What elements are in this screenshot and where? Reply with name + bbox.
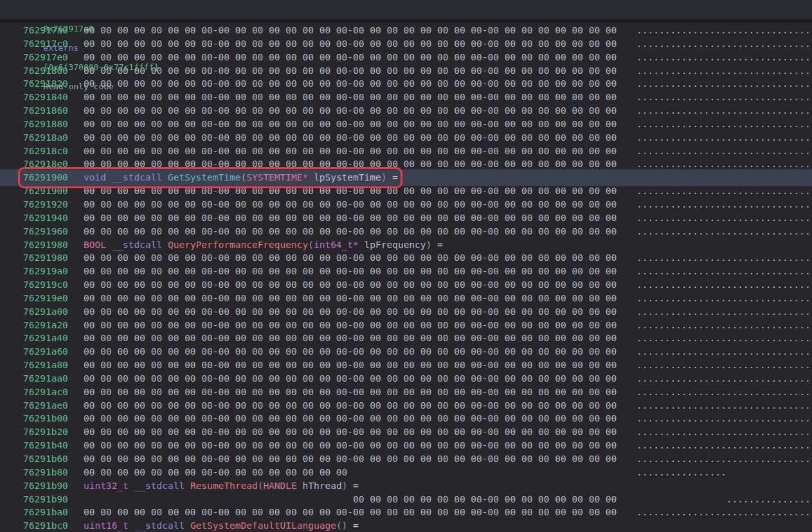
row-address: 76291b60: [23, 452, 68, 466]
row-address: 762917e0: [23, 51, 68, 64]
row-ascii: ................................: [636, 412, 812, 425]
hex-row[interactable]: 76291ae000 00 00 00 00 00 00 00-00 00 00…: [0, 399, 812, 412]
row-ascii: ................................: [636, 77, 812, 91]
hex-row[interactable]: 76291a6000 00 00 00 00 00 00 00-00 00 00…: [0, 345, 812, 359]
function-signature: uint16_t __stdcall GetSystemDefaultUILan…: [84, 519, 359, 532]
row-address: 76291840: [23, 91, 68, 104]
hex-row[interactable]: 76291ba000 00 00 00 00 00 00 00-00 00 00…: [0, 506, 812, 519]
token-fn: QueryPerformanceFrequency: [168, 240, 308, 250]
hex-row[interactable]: 7629186000 00 00 00 00 00 00 00-00 00 00…: [0, 104, 812, 118]
hex-row[interactable]: 7629192000 00 00 00 00 00 00 00-00 00 00…: [0, 198, 812, 211]
hex-row[interactable]: 76291a0000 00 00 00 00 00 00 00-00 00 00…: [0, 305, 812, 319]
row-hex-bytes: 00 00 00 00 00 00 00 00-00 00 00 00 00 0…: [84, 425, 617, 439]
function-signature: uint32_t __stdcall ResumeThread(HANDLE h…: [84, 479, 359, 493]
row-address: 76291ba0: [23, 506, 68, 519]
row-ascii: ................................: [636, 332, 812, 345]
hex-row[interactable]: 76291a8000 00 00 00 00 00 00 00-00 00 00…: [0, 359, 812, 372]
row-hex-bytes: 00 00 00 00 00 00 00 00-00 00 00 00 00 0…: [84, 37, 617, 51]
row-hex-bytes: 00 00 00 00 00 00 00 00-00 00 00 00 00 0…: [84, 439, 617, 452]
row-ascii: ................................: [636, 386, 812, 399]
token-kw: void: [84, 172, 112, 182]
token-punct: (: [240, 172, 246, 182]
hex-row[interactable]: 762917c000 00 00 00 00 00 00 00-00 00 00…: [0, 37, 812, 51]
hex-row[interactable]: 762918e000 00 00 00 00 00 00 00-00 00 00…: [0, 157, 812, 171]
token-kw: __stdcall: [134, 520, 190, 531]
row-ascii: ................................: [636, 359, 812, 372]
row-hex-bytes: 00 00 00 00 00 00 00 00-00 00 00 00 00 0…: [84, 493, 617, 506]
hex-row[interactable]: 7629188000 00 00 00 00 00 00 00-00 00 00…: [0, 118, 812, 131]
function-row[interactable]: 76291900void __stdcall GetSystemTime(SYS…: [0, 171, 812, 184]
hex-row[interactable]: 76291b90 00 00 00 00 00 00 00 00-00 00 0…: [0, 493, 812, 506]
row-hex-bytes: 00 00 00 00 00 00 00 00-00 00 00 00 00 0…: [84, 184, 617, 198]
row-hex-bytes: 00 00 00 00 00 00 00 00-00 00 00 00 00 0…: [84, 198, 617, 211]
row-address: 762918c0: [23, 145, 68, 158]
hex-row[interactable]: 76291a2000 00 00 00 00 00 00 00-00 00 00…: [0, 319, 812, 332]
row-ascii: ................................: [636, 265, 812, 278]
row-hex-bytes: 00 00 00 00 00 00 00 00-00 00 00 00 00 0…: [84, 278, 617, 292]
hex-row[interactable]: 762919a000 00 00 00 00 00 00 00-00 00 00…: [0, 265, 812, 278]
hex-row[interactable]: 7629198000 00 00 00 00 00 00 00-00 00 00…: [0, 251, 812, 265]
hex-row[interactable]: 76291b6000 00 00 00 00 00 00 00-00 00 00…: [0, 452, 812, 466]
function-row[interactable]: 76291b90uint32_t __stdcall ResumeThread(…: [0, 479, 812, 493]
hex-row[interactable]: 76291b8000 00 00 00 00 00 00 00-00 00 00…: [0, 466, 812, 479]
hex-row[interactable]: 7629194000 00 00 00 00 00 00 00-00 00 00…: [0, 211, 812, 225]
row-ascii: ................................: [636, 439, 812, 452]
hex-row[interactable]: 762918c000 00 00 00 00 00 00 00-00 00 00…: [0, 145, 812, 158]
function-signature: BOOL __stdcall QueryPerformanceFrequency…: [84, 238, 443, 252]
row-ascii: ................................: [636, 372, 812, 386]
hex-row[interactable]: 762918a000 00 00 00 00 00 00 00-00 00 00…: [0, 131, 812, 145]
hex-row[interactable]: 7629182000 00 00 00 00 00 00 00-00 00 00…: [0, 77, 812, 91]
hex-row[interactable]: 76291b4000 00 00 00 00 00 00 00-00 00 00…: [0, 439, 812, 452]
hex-row[interactable]: 762919c000 00 00 00 00 00 00 00-00 00 00…: [0, 278, 812, 292]
row-hex-bytes: 00 00 00 00 00 00 00 00-00 00 00 00 00 0…: [84, 64, 617, 78]
token-eq: =: [437, 240, 443, 250]
row-address: 76291940: [23, 211, 68, 225]
row-address: 76291b40: [23, 439, 68, 452]
hex-row[interactable]: 7629180000 00 00 00 00 00 00 00-00 00 00…: [0, 64, 812, 78]
token-fn: ResumeThread: [190, 481, 258, 491]
row-hex-bytes: 00 00 00 00 00 00 00 00-00 00 00 00 00 0…: [84, 372, 617, 386]
token-punct: (): [336, 520, 347, 531]
token-param: hThread: [303, 481, 342, 491]
hex-row[interactable]: 7629196000 00 00 00 00 00 00 00-00 00 00…: [0, 225, 812, 238]
row-ascii: ................................: [636, 131, 812, 145]
token-type-int: uint16_t: [84, 520, 134, 531]
row-hex-bytes: 00 00 00 00 00 00 00 00-00 00 00 00 00 0…: [84, 386, 617, 399]
token-param: lpSystemTime: [314, 172, 381, 182]
row-hex-bytes: 00 00 00 00 00 00 00 00-00 00 00 00 00 0…: [84, 225, 617, 238]
row-ascii: ................................: [636, 51, 812, 64]
hex-row[interactable]: 7629184000 00 00 00 00 00 00 00-00 00 00…: [0, 91, 812, 104]
token-plain: [359, 240, 365, 250]
hex-row[interactable]: 762917e000 00 00 00 00 00 00 00-00 00 00…: [0, 51, 812, 64]
row-hex-bytes: 00 00 00 00 00 00 00 00-00 00 00 00 00 0…: [84, 412, 617, 425]
hex-row[interactable]: 76291b0000 00 00 00 00 00 00 00-00 00 00…: [0, 412, 812, 425]
row-address: 76291900: [23, 184, 68, 198]
token-type-win: SYSTEMTIME*: [246, 172, 308, 182]
row-ascii: ................................: [636, 24, 812, 37]
row-hex-bytes: 00 00 00 00 00 00 00 00-00 00 00 00 00 0…: [84, 118, 617, 131]
hex-row[interactable]: 76291ac000 00 00 00 00 00 00 00-00 00 00…: [0, 386, 812, 399]
hex-row[interactable]: 76291aa000 00 00 00 00 00 00 00-00 00 00…: [0, 372, 812, 386]
row-address: 76291960: [23, 225, 68, 238]
function-row[interactable]: 76291bc0uint16_t __stdcall GetSystemDefa…: [0, 519, 812, 532]
row-hex-bytes: 00 00 00 00 00 00 00 00-00 00 00 00 00 0…: [84, 305, 617, 319]
hex-row[interactable]: 76291a4000 00 00 00 00 00 00 00-00 00 00…: [0, 332, 812, 345]
hex-row[interactable]: 7629190000 00 00 00 00 00 00 00-00 00 00…: [0, 184, 812, 198]
row-hex-bytes: 00 00 00 00 00 00 00 00-00 00 00 00 00 0…: [84, 24, 617, 37]
token-kw: __stdcall: [134, 481, 190, 491]
row-address: 76291980: [23, 251, 68, 265]
row-address: 76291a20: [23, 319, 68, 332]
row-address: 76291920: [23, 198, 68, 211]
row-hex-bytes: 00 00 00 00 00 00 00 00-00 00 00 00 00 0…: [84, 211, 617, 225]
row-ascii: ................................: [636, 37, 812, 51]
row-hex-bytes: 00 00 00 00 00 00 00 00-00 00 00 00 00 0…: [84, 399, 617, 412]
hex-row[interactable]: 76291b2000 00 00 00 00 00 00 00-00 00 00…: [0, 425, 812, 439]
hex-row[interactable]: 762917a000 00 00 00 00 00 00 00-00 00 00…: [0, 24, 812, 37]
row-ascii: ................................: [636, 118, 812, 131]
row-ascii: ................................: [636, 198, 812, 211]
row-address: 76291980: [23, 238, 68, 252]
hex-row[interactable]: 762919e000 00 00 00 00 00 00 00-00 00 00…: [0, 292, 812, 305]
row-ascii: ................................: [636, 278, 812, 292]
function-row[interactable]: 76291980BOOL __stdcall QueryPerformanceF…: [0, 238, 812, 252]
row-address: 76291a60: [23, 345, 68, 359]
